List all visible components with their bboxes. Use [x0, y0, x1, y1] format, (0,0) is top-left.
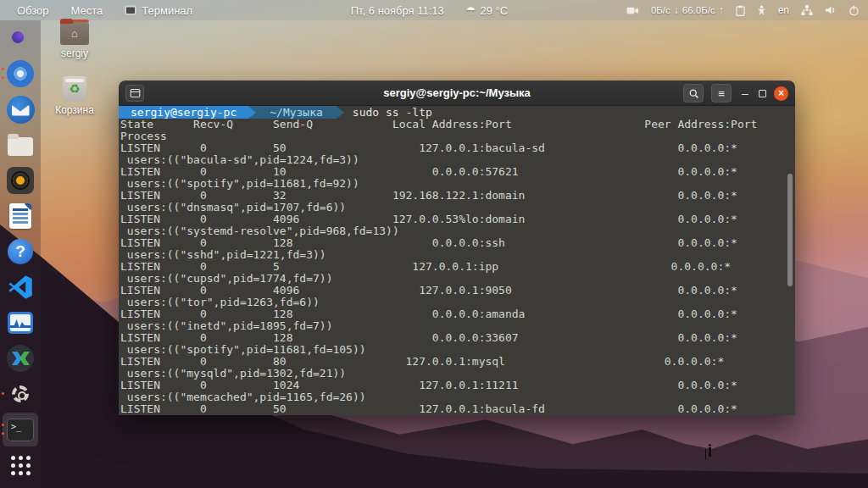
window-titlebar[interactable]: sergiy@sergiy-pc:~/Музыка ≡ – ×	[119, 80, 795, 106]
dock-item-help[interactable]: ?	[0, 234, 41, 269]
desktop-icon-label: sergiy	[61, 47, 88, 59]
window-title: sergiy@sergiy-pc:~/Музыка	[383, 86, 531, 99]
terminal-line: LISTEN 0 10 0.0.0.0:57621 0.0.0.0:*	[120, 166, 795, 178]
terminal-line: users:(("sshd",pid=1221,fd=3))	[120, 249, 795, 261]
menu-button[interactable]: ≡	[711, 84, 732, 103]
terminal-line: users:(("inetd",pid=1895,fd=7))	[120, 320, 795, 332]
new-tab-button[interactable]	[125, 85, 144, 102]
hamburger-icon: ≡	[718, 87, 725, 100]
home-glyph: ⌂	[71, 27, 78, 40]
vscode-icon	[8, 274, 33, 300]
desktop-icon-home[interactable]: ⌂ sergiy	[47, 22, 102, 59]
terminal-line: users:(("spotify",pid=11681,fd=92))	[120, 178, 795, 190]
help-icon: ?	[8, 239, 33, 264]
network-icon[interactable]	[801, 5, 813, 15]
terminal-line: users:(("tor",pid=1263,fd=6))	[120, 297, 795, 308]
terminal-line: LISTEN 0 80 127.0.0.1:mysql 0.0.0.0:*	[120, 356, 795, 368]
files-icon	[8, 137, 33, 156]
terminal-line: LISTEN 0 1024 127.0.0.1:11211 0.0.0.0:*	[120, 380, 795, 391]
terminal-line: LISTEN 0 50 127.0.0.1:bacula-fd 0.0.0.0:…	[120, 403, 795, 415]
app-menu-terminal[interactable]: Терминал	[116, 3, 201, 19]
terminal-line: LISTEN 0 4096 127.0.0.1:9050 0.0.0.0:*	[120, 285, 795, 297]
terminal-scrollbar-thumb[interactable]	[787, 174, 793, 286]
search-icon	[688, 88, 699, 99]
dock-item-vscode[interactable]	[0, 269, 41, 305]
terminal-body[interactable]: sergiy@sergiy-pc ~/Музыка sudo ss -ltp S…	[119, 106, 795, 415]
net-up-arrow-icon: ↑	[719, 4, 724, 16]
screen-recorder-icon[interactable]	[626, 6, 639, 15]
libreoffice-writer-icon	[9, 203, 31, 229]
prompt-cwd: ~/Музыка	[256, 106, 337, 119]
weather-icon: ☂	[466, 4, 476, 17]
powerline-arrow-icon	[248, 106, 256, 119]
app-grid-icon	[11, 456, 31, 475]
running-indicator-dot	[2, 392, 4, 395]
trash-icon: ♻	[63, 76, 86, 102]
terminal-app-icon	[125, 5, 136, 15]
desktop-icon-trash[interactable]: ♻ Корзина	[47, 76, 102, 116]
terminal-icon: >_	[7, 419, 34, 441]
terminal-line: LISTEN 0 5 127.0.0.1:ipp 0.0.0.0:*	[120, 261, 795, 273]
terminal-line: users:(("cupsd",pid=1774,fd=7))	[120, 273, 795, 285]
places-menu[interactable]: Места	[63, 3, 112, 19]
dock-item-settings[interactable]	[0, 376, 41, 412]
clock-menu[interactable]: Пт, 6 ноября 11:13	[351, 4, 444, 17]
clipboard-indicator-icon[interactable]	[736, 5, 745, 16]
system-monitor-icon	[8, 312, 33, 334]
accessibility-menu-icon[interactable]	[757, 5, 766, 16]
minimize-button[interactable]: –	[739, 89, 751, 97]
terminal-line: users:(("mysqld",pid=1302,fd=21))	[120, 368, 795, 380]
firefox-icon	[6, 24, 35, 53]
dock-item-thunderbird[interactable]	[0, 92, 41, 127]
powerline-arrow-icon	[337, 106, 344, 119]
terminal-window: sergiy@sergiy-pc:~/Музыка ≡ – × sergiy@s…	[119, 80, 795, 415]
dock-item-system-monitor[interactable]	[0, 305, 41, 341]
volume-icon[interactable]	[825, 5, 837, 15]
weather-indicator[interactable]: ☂ 29 °C	[466, 4, 508, 17]
hiker-silhouette	[709, 447, 711, 457]
settings-gear-icon	[7, 380, 34, 408]
terminal-line: LISTEN 0 128 0.0.0.0:33607 0.0.0.0:*	[120, 332, 795, 344]
dock-item-terminal[interactable]: >_	[0, 412, 41, 447]
dock-item-libreoffice-writer[interactable]	[0, 198, 41, 234]
terminal-prompt: sergiy@sergiy-pc ~/Музыка sudo ss -ltp	[119, 106, 795, 119]
home-folder-icon: ⌂	[60, 22, 89, 45]
rhythmbox-icon	[7, 167, 34, 194]
terminal-line: LISTEN 0 50 127.0.0.1:bacula-sd 0.0.0.0:…	[120, 142, 795, 154]
network-speed-indicator[interactable]: 0Б/с ↓ 66.0Б/с ↑	[651, 4, 724, 16]
close-button[interactable]: ×	[774, 86, 788, 101]
terminal-line: Process	[120, 130, 795, 142]
dock-item-chromium[interactable]	[0, 56, 41, 92]
running-indicator-dot	[2, 76, 4, 79]
terminal-line: users:(("bacula-sd",pid=1224,fd=3))	[120, 154, 795, 166]
search-button[interactable]	[683, 84, 704, 103]
terminal-line: LISTEN 0 128 0.0.0.0:ssh 0.0.0.0:*	[120, 237, 795, 249]
circle-app-icon	[7, 345, 34, 372]
dock-item-rhythmbox[interactable]	[0, 163, 41, 198]
activities-button[interactable]: Обзор	[8, 3, 58, 19]
desktop: Обзор Места Терминал Пт, 6 ноября 11:13 …	[0, 0, 868, 488]
terminal-output: State Recv-Q Send-Q Local Address:Port P…	[119, 119, 795, 415]
keyboard-layout-indicator[interactable]: en	[778, 4, 789, 16]
weather-temp: 29 °C	[480, 4, 508, 17]
net-up-value: 66.0Б/с	[682, 5, 715, 15]
terminal-line: users:(("systemd-resolve",pid=968,fd=13)…	[120, 225, 795, 237]
terminal-line: LISTEN 0 32 192.168.122.1:domain 0.0.0.0…	[120, 190, 795, 202]
close-icon: ×	[778, 88, 784, 98]
power-icon[interactable]	[849, 5, 860, 16]
dock: ? >_	[0, 20, 41, 488]
terminal-line: users:(("memcached",pid=1165,fd=26))	[120, 391, 795, 403]
maximize-button[interactable]	[759, 90, 766, 97]
prompt-command: sudo ss -ltp	[353, 106, 432, 119]
terminal-line: State Recv-Q Send-Q Local Address:Port P…	[120, 119, 795, 130]
dock-item-firefox[interactable]	[0, 20, 41, 56]
dock-item-files[interactable]	[0, 127, 41, 163]
dock-item-circle-app[interactable]	[0, 341, 41, 376]
dock-item-app-grid[interactable]	[0, 447, 41, 483]
terminal-line: LISTEN 0 4096 127.0.0.53%lo:domain 0.0.0…	[120, 214, 795, 225]
terminal-line: LISTEN 0 128 0.0.0.0:amanda 0.0.0.0:*	[120, 308, 795, 320]
running-indicator-dot	[2, 68, 4, 70]
prompt-user-host: sergiy@sergiy-pc	[119, 106, 248, 119]
net-down-value: 0Б/с	[651, 5, 670, 15]
chromium-icon	[7, 60, 34, 87]
